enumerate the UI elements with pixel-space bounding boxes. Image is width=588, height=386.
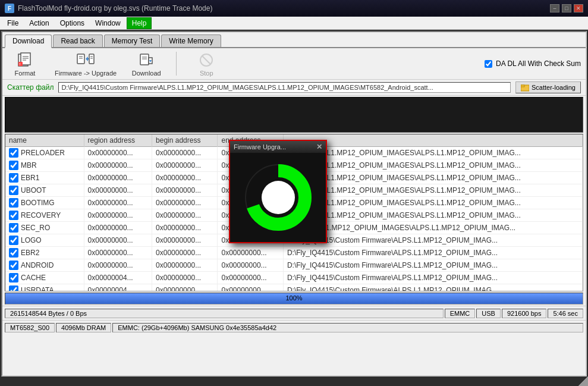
row-begin: 0x00000000...	[152, 284, 218, 292]
row-begin: 0x00000000...	[152, 209, 218, 222]
row-begin: 0x00000000...	[152, 222, 218, 234]
scatter-bar: Скаттер файл D:\Fly_IQ4415\Custom Firmwa…	[2, 80, 586, 96]
menu-action[interactable]: Action	[24, 18, 54, 29]
firmware-dialog: Firmware Upgra... ✕	[229, 140, 327, 243]
log-area	[5, 97, 583, 133]
svg-line-20	[202, 56, 210, 64]
row-checkbox[interactable]	[9, 248, 18, 258]
table-row[interactable]: EBR2 0x00000000... 0x00000000... 0x00000…	[5, 247, 583, 259]
row-checkbox[interactable]	[9, 186, 18, 195]
row-name: SEC_RO	[5, 222, 84, 234]
menu-file[interactable]: File	[2, 18, 23, 29]
row-end: 0x00000000...	[218, 247, 283, 259]
title-bar: F FlashToolMod fly-droid.org by oleg.svs…	[0, 0, 588, 17]
tab-download[interactable]: Download	[5, 34, 52, 48]
row-end: 0x00000000...	[218, 284, 283, 292]
row-checkbox[interactable]	[9, 261, 18, 270]
da-dl-label: DA DL All With Check Sum	[496, 59, 581, 68]
download-label: Download	[132, 70, 161, 77]
toolbar: ! Format Firmware -> Upgrade	[2, 48, 586, 80]
row-name: CACHE	[5, 272, 84, 284]
dialog-close-button[interactable]: ✕	[316, 143, 322, 151]
scatter-loading-button[interactable]: Scatter-loading	[515, 81, 581, 93]
format-button[interactable]: ! Format	[7, 51, 43, 77]
svg-text:!: !	[20, 62, 21, 66]
menu-help[interactable]: Help	[127, 17, 152, 29]
table-row[interactable]: USRDATA 0x00000004... 0x00000000... 0x00…	[5, 284, 583, 292]
firmware-upgrade-label: Firmware -> Upgrade	[55, 70, 117, 77]
row-begin: 0x00000000...	[152, 184, 218, 197]
row-name: LOGO	[5, 234, 84, 247]
row-begin: 0x00000000...	[152, 197, 218, 209]
row-region: 0x00000000...	[84, 159, 152, 172]
info-emmc: EMMC: (29Gb+4096Mb) SAMSUNG 0x4e35585a4d…	[112, 323, 583, 332]
row-path: D:\Fly_IQ4415\Custom Firmware\ALPS.L1.MP…	[283, 272, 582, 284]
dialog-window: Firmware Upgra... ✕	[229, 140, 327, 243]
row-name: MBR	[5, 159, 84, 172]
status-usb: USB	[476, 309, 501, 318]
status-bps: 921600 bps	[502, 309, 547, 318]
row-checkbox[interactable]	[9, 161, 18, 170]
tab-memory-test[interactable]: Memory Test	[104, 34, 160, 47]
table-row[interactable]: ANDROID 0x00000000... 0x00000000... 0x00…	[5, 259, 583, 272]
row-path: D:\Fly_IQ4415\Custom Firmware\ALPS.L1.MP…	[283, 247, 582, 259]
row-path: D:\Fly_IQ4415\Custom Firmware\ALPS.L1.MP…	[283, 259, 582, 272]
row-begin: 0x00000000...	[152, 159, 218, 172]
close-button[interactable]: ✕	[574, 4, 583, 12]
row-path: \ware\ALPS.L1.MP12_OPIUM_IMAGES\ALPS.L1.…	[283, 197, 582, 209]
row-end: 0x00000000...	[218, 272, 283, 284]
row-begin: 0x00000000...	[152, 247, 218, 259]
row-checkbox[interactable]	[9, 223, 18, 233]
row-checkbox[interactable]	[9, 273, 18, 283]
row-checkbox[interactable]	[9, 211, 18, 220]
svg-rect-14	[140, 54, 149, 65]
row-region: 0x00000004...	[84, 284, 152, 292]
menu-options[interactable]: Options	[55, 18, 89, 29]
format-icon: !	[15, 51, 34, 70]
firmware-upgrade-icon	[76, 51, 95, 70]
scatter-btn-label: Scatter-loading	[532, 84, 576, 91]
row-path: \ure\ALPS.L1.MP12_OPIUM_IMAGES\ALPS.L1.M…	[283, 222, 582, 234]
row-name: BOOTIMG	[5, 197, 84, 209]
firmware-upgrade-button[interactable]: Firmware -> Upgrade	[55, 51, 117, 77]
row-region: 0x00000000...	[84, 259, 152, 272]
progress-container: 100%	[5, 293, 583, 305]
row-name: UBOOT	[5, 184, 84, 197]
stop-icon	[197, 51, 216, 70]
scatter-path[interactable]: D:\Fly_IQ4415\Custom Firmware\ALPS.L1.MP…	[58, 82, 511, 93]
format-label: Format	[15, 70, 36, 77]
tab-write-memory[interactable]: Write Memory	[161, 34, 221, 47]
row-checkbox[interactable]	[9, 173, 18, 183]
row-checkbox[interactable]	[9, 198, 18, 208]
download-button[interactable]: Download	[128, 51, 164, 77]
row-begin: 0x00000000...	[152, 259, 218, 272]
row-checkbox[interactable]	[9, 148, 18, 158]
row-region: 0x00000000...	[84, 234, 152, 247]
menu-bar: File Action Options Window Help	[0, 17, 588, 30]
stop-button[interactable]: Stop	[188, 51, 224, 77]
table-row[interactable]: CACHE 0x00000004... 0x00000000... 0x0000…	[5, 272, 583, 284]
row-begin: 0x00000000...	[152, 272, 218, 284]
tab-bar: Download Read back Memory Test Write Mem…	[2, 32, 586, 48]
maximize-button[interactable]: □	[562, 4, 571, 12]
row-region: 0x00000000...	[84, 184, 152, 197]
svg-rect-11	[89, 54, 94, 64]
scatter-label: Скаттер файл	[7, 83, 54, 92]
svg-point-25	[262, 181, 295, 214]
row-checkbox[interactable]	[9, 236, 18, 245]
minimize-button[interactable]: –	[550, 4, 559, 12]
download-icon	[137, 51, 156, 70]
svg-rect-22	[521, 85, 524, 87]
col-name: name	[5, 134, 84, 147]
row-name: PRELOADER	[5, 147, 84, 159]
menu-window[interactable]: Window	[90, 18, 125, 29]
row-path: \ware\ALPS.L1.MP12_OPIUM_IMAGES\ALPS.L1.…	[283, 184, 582, 197]
row-name: EBR2	[5, 247, 84, 259]
row-name: RECOVERY	[5, 209, 84, 222]
dialog-title-bar: Firmware Upgra... ✕	[230, 141, 326, 153]
da-dl-checkbox[interactable]	[485, 60, 492, 68]
tab-readback[interactable]: Read back	[53, 34, 102, 47]
info-dram: 4096Mb DRAM	[56, 323, 111, 332]
row-checkbox[interactable]	[9, 285, 18, 291]
resize-handle[interactable]	[578, 376, 588, 386]
